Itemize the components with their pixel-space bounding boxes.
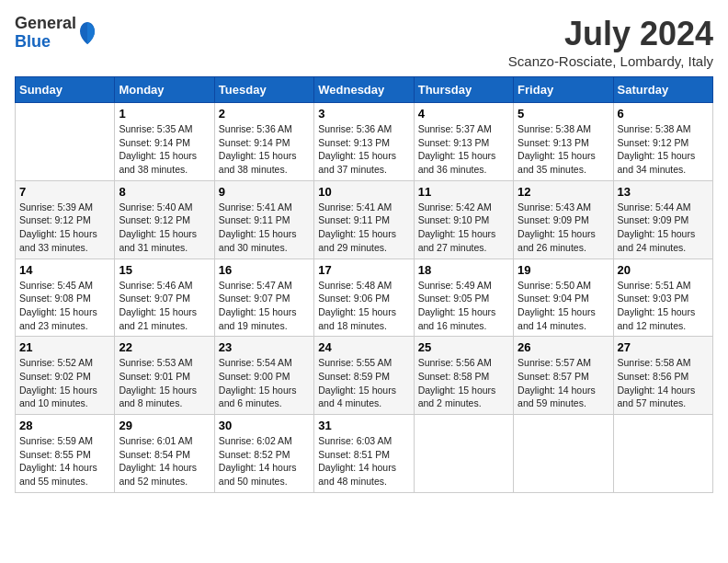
cell-info: Sunrise: 5:43 AMSunset: 9:09 PMDaylight:… (518, 201, 609, 255)
calendar-cell: 28Sunrise: 5:59 AMSunset: 8:55 PMDayligh… (16, 415, 115, 493)
day-number: 5 (518, 107, 609, 121)
calendar-cell: 10Sunrise: 5:41 AMSunset: 9:11 PMDayligh… (314, 180, 414, 259)
calendar-cell: 27Sunrise: 5:58 AMSunset: 8:56 PMDayligh… (613, 337, 712, 415)
cell-info: Sunrise: 5:41 AMSunset: 9:11 PMDaylight:… (318, 201, 409, 255)
week-row-4: 21Sunrise: 5:52 AMSunset: 9:02 PMDayligh… (16, 337, 713, 415)
title-block: July 2024 Scanzo-Rosciate, Lombardy, Ita… (508, 15, 713, 69)
cell-info: Sunrise: 5:48 AMSunset: 9:06 PMDaylight:… (318, 279, 409, 333)
day-number: 13 (618, 185, 709, 199)
cell-info: Sunrise: 5:41 AMSunset: 9:11 PMDaylight:… (219, 201, 310, 255)
day-number: 1 (119, 107, 210, 121)
header-thursday: Thursday (414, 77, 513, 103)
calendar-cell: 21Sunrise: 5:52 AMSunset: 9:02 PMDayligh… (16, 337, 115, 415)
day-number: 18 (418, 263, 509, 277)
calendar-cell (514, 415, 613, 493)
calendar-cell: 5Sunrise: 5:38 AMSunset: 9:13 PMDaylight… (514, 103, 613, 181)
calendar-cell: 19Sunrise: 5:50 AMSunset: 9:04 PMDayligh… (514, 259, 613, 337)
cell-info: Sunrise: 5:51 AMSunset: 9:03 PMDaylight:… (618, 279, 709, 333)
cell-info: Sunrise: 6:02 AMSunset: 8:52 PMDaylight:… (219, 434, 310, 488)
month-title: July 2024 (508, 15, 713, 53)
week-row-1: 1Sunrise: 5:35 AMSunset: 9:14 PMDaylight… (16, 103, 713, 181)
week-row-3: 14Sunrise: 5:45 AMSunset: 9:08 PMDayligh… (16, 259, 713, 337)
calendar-cell: 22Sunrise: 5:53 AMSunset: 9:01 PMDayligh… (115, 337, 214, 415)
cell-info: Sunrise: 5:52 AMSunset: 9:02 PMDaylight:… (19, 356, 110, 410)
calendar-cell: 16Sunrise: 5:47 AMSunset: 9:07 PMDayligh… (214, 259, 313, 337)
cell-info: Sunrise: 5:36 AMSunset: 9:14 PMDaylight:… (219, 122, 310, 177)
day-number: 6 (618, 107, 709, 121)
cell-info: Sunrise: 5:49 AMSunset: 9:05 PMDaylight:… (418, 279, 509, 333)
location: Scanzo-Rosciate, Lombardy, Italy (508, 53, 713, 69)
calendar-cell: 17Sunrise: 5:48 AMSunset: 9:06 PMDayligh… (314, 259, 414, 337)
day-number: 14 (19, 263, 110, 277)
cell-info: Sunrise: 5:53 AMSunset: 9:01 PMDaylight:… (119, 356, 210, 410)
calendar-cell: 26Sunrise: 5:57 AMSunset: 8:57 PMDayligh… (514, 337, 613, 415)
day-number: 10 (318, 185, 409, 199)
calendar-cell: 31Sunrise: 6:03 AMSunset: 8:51 PMDayligh… (314, 415, 414, 493)
logo-icon (78, 20, 97, 46)
cell-info: Sunrise: 5:54 AMSunset: 9:00 PMDaylight:… (219, 356, 310, 410)
calendar-cell (613, 415, 712, 493)
cell-info: Sunrise: 5:46 AMSunset: 9:07 PMDaylight:… (119, 279, 210, 333)
day-number: 21 (19, 340, 110, 354)
header-tuesday: Tuesday (214, 77, 313, 103)
cell-info: Sunrise: 5:57 AMSunset: 8:57 PMDaylight:… (518, 356, 609, 410)
day-number: 4 (418, 107, 509, 121)
calendar-cell: 12Sunrise: 5:43 AMSunset: 9:09 PMDayligh… (514, 180, 613, 259)
day-number: 27 (618, 340, 709, 354)
day-number: 19 (518, 263, 609, 277)
logo-general: General (15, 15, 76, 33)
calendar-cell: 3Sunrise: 5:36 AMSunset: 9:13 PMDaylight… (314, 103, 414, 181)
cell-info: Sunrise: 5:42 AMSunset: 9:10 PMDaylight:… (418, 201, 509, 255)
day-number: 9 (219, 185, 310, 199)
cell-info: Sunrise: 6:03 AMSunset: 8:51 PMDaylight:… (318, 434, 409, 488)
calendar-cell: 20Sunrise: 5:51 AMSunset: 9:03 PMDayligh… (613, 259, 712, 337)
calendar-cell (414, 415, 513, 493)
day-number: 3 (318, 107, 409, 121)
cell-info: Sunrise: 5:35 AMSunset: 9:14 PMDaylight:… (119, 122, 210, 177)
calendar-cell: 23Sunrise: 5:54 AMSunset: 9:00 PMDayligh… (214, 337, 313, 415)
header-friday: Friday (514, 77, 613, 103)
calendar-cell: 2Sunrise: 5:36 AMSunset: 9:14 PMDaylight… (214, 103, 313, 181)
header-wednesday: Wednesday (314, 77, 414, 103)
cell-info: Sunrise: 5:40 AMSunset: 9:12 PMDaylight:… (119, 201, 210, 255)
header-monday: Monday (115, 77, 214, 103)
calendar-cell: 8Sunrise: 5:40 AMSunset: 9:12 PMDaylight… (115, 180, 214, 259)
calendar-cell: 6Sunrise: 5:38 AMSunset: 9:12 PMDaylight… (613, 103, 712, 181)
cell-info: Sunrise: 6:01 AMSunset: 8:54 PMDaylight:… (119, 434, 210, 488)
calendar-cell: 14Sunrise: 5:45 AMSunset: 9:08 PMDayligh… (16, 259, 115, 337)
cell-info: Sunrise: 5:36 AMSunset: 9:13 PMDaylight:… (318, 122, 409, 177)
logo-blue: Blue (15, 33, 76, 52)
calendar-cell: 24Sunrise: 5:55 AMSunset: 8:59 PMDayligh… (314, 337, 414, 415)
week-row-2: 7Sunrise: 5:39 AMSunset: 9:12 PMDaylight… (16, 180, 713, 259)
day-number: 24 (318, 340, 409, 354)
logo: General Blue (15, 15, 97, 52)
calendar-cell: 11Sunrise: 5:42 AMSunset: 9:10 PMDayligh… (414, 180, 513, 259)
calendar-cell: 1Sunrise: 5:35 AMSunset: 9:14 PMDaylight… (115, 103, 214, 181)
week-row-5: 28Sunrise: 5:59 AMSunset: 8:55 PMDayligh… (16, 415, 713, 493)
calendar-cell: 13Sunrise: 5:44 AMSunset: 9:09 PMDayligh… (613, 180, 712, 259)
cell-info: Sunrise: 5:56 AMSunset: 8:58 PMDaylight:… (418, 356, 509, 410)
calendar-cell: 7Sunrise: 5:39 AMSunset: 9:12 PMDaylight… (16, 180, 115, 259)
calendar-cell: 4Sunrise: 5:37 AMSunset: 9:13 PMDaylight… (414, 103, 513, 181)
cell-info: Sunrise: 5:58 AMSunset: 8:56 PMDaylight:… (618, 356, 709, 410)
day-number: 20 (618, 263, 709, 277)
calendar-cell: 9Sunrise: 5:41 AMSunset: 9:11 PMDaylight… (214, 180, 313, 259)
calendar-cell (16, 103, 115, 181)
day-number: 12 (518, 185, 609, 199)
cell-info: Sunrise: 5:59 AMSunset: 8:55 PMDaylight:… (19, 434, 110, 488)
day-number: 28 (19, 419, 110, 432)
cell-info: Sunrise: 5:45 AMSunset: 9:08 PMDaylight:… (19, 279, 110, 333)
cell-info: Sunrise: 5:39 AMSunset: 9:12 PMDaylight:… (19, 201, 110, 255)
page-header: General Blue July 2024 Scanzo-Rosciate, … (15, 15, 713, 69)
calendar-table: SundayMondayTuesdayWednesdayThursdayFrid… (15, 76, 713, 493)
day-number: 31 (318, 419, 409, 432)
day-number: 23 (219, 340, 310, 354)
day-number: 2 (219, 107, 310, 121)
cell-info: Sunrise: 5:55 AMSunset: 8:59 PMDaylight:… (318, 356, 409, 410)
cell-info: Sunrise: 5:38 AMSunset: 9:13 PMDaylight:… (518, 122, 609, 177)
calendar-cell: 18Sunrise: 5:49 AMSunset: 9:05 PMDayligh… (414, 259, 513, 337)
calendar-cell: 15Sunrise: 5:46 AMSunset: 9:07 PMDayligh… (115, 259, 214, 337)
day-number: 15 (119, 263, 210, 277)
header-saturday: Saturday (613, 77, 712, 103)
calendar-cell: 30Sunrise: 6:02 AMSunset: 8:52 PMDayligh… (214, 415, 313, 493)
